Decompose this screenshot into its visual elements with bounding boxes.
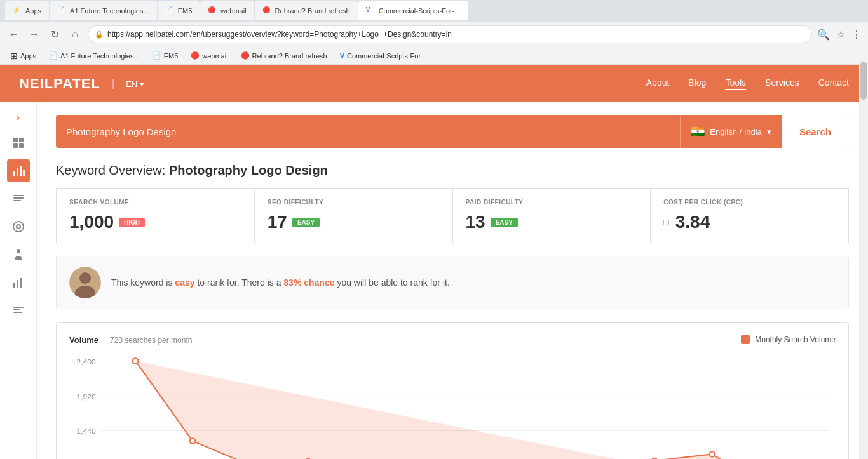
- svg-rect-2: [13, 143, 18, 148]
- tab-apps[interactable]: ⚡ Apps: [5, 1, 49, 20]
- stat-card-paid: PAID DIFFICULTY 13 EASY: [453, 188, 651, 243]
- stat-label-volume: SEARCH VOLUME: [69, 199, 241, 206]
- person-icon: [12, 248, 25, 261]
- refresh-button[interactable]: ↻: [46, 25, 64, 43]
- logo-area: NEILPATEL | EN ▾: [19, 76, 144, 92]
- sidebar-item-keyword[interactable]: [7, 159, 30, 182]
- backlinks-icon: [12, 220, 25, 233]
- menu-button[interactable]: ⋮: [850, 27, 863, 42]
- bookmark-label: EM5: [164, 52, 179, 60]
- chart-subtitle: 720 searches per month: [110, 336, 192, 345]
- nav-contact[interactable]: Contact: [818, 77, 849, 90]
- stat-badge-easy-paid: EASY: [491, 218, 518, 227]
- nav-tools[interactable]: Tools: [725, 77, 746, 90]
- browser-actions: 🔍 ☆ ⋮: [816, 27, 863, 42]
- bookmark-rebrand[interactable]: 🔴 Rebrand? Brand refresh: [236, 50, 332, 61]
- bookmark-label: webmail: [202, 52, 227, 60]
- nav-blog[interactable]: Blog: [688, 77, 706, 90]
- tab-favicon: 🔴: [262, 6, 271, 15]
- avatar-face-svg: [69, 267, 101, 298]
- stat-value-row-volume: 1,000 HIGH: [69, 212, 241, 232]
- stat-value-cpc: 3.84: [675, 212, 710, 232]
- info-box: This keyword is easy to rank for. There …: [56, 256, 849, 309]
- tab-favicon: ⚡: [13, 6, 22, 15]
- search-input-area[interactable]: Photography Logo Design: [56, 126, 680, 137]
- search-button[interactable]: Search: [782, 115, 849, 148]
- audit-icon: [12, 276, 25, 289]
- back-button[interactable]: ←: [5, 25, 23, 43]
- sidebar-item-traffic[interactable]: [7, 243, 30, 266]
- tab-webmail[interactable]: 🔴 webmail: [200, 1, 254, 20]
- svg-rect-10: [13, 200, 21, 201]
- info-chance: 83% chance: [283, 277, 334, 288]
- chart-legend: Monthly Search Volume: [741, 335, 836, 344]
- sidebar-toggle[interactable]: ›: [7, 109, 30, 126]
- bookmark-label: Apps: [20, 52, 36, 60]
- forward-button[interactable]: →: [25, 25, 43, 43]
- sidebar-item-audit[interactable]: [7, 271, 30, 294]
- nav-buttons: ← → ↻ ⌂: [5, 25, 84, 43]
- bookmark-commercial[interactable]: V Commercial-Scripts-For-...: [335, 51, 434, 61]
- search-bar-container: Photography Logo Design 🇮🇳 English / Ind…: [56, 115, 849, 148]
- tab-label: Commercial-Scripts-For-...: [379, 7, 461, 15]
- nav-services[interactable]: Services: [765, 77, 799, 90]
- bookmark-webmail[interactable]: 🔴 webmail: [186, 50, 233, 61]
- lock-icon: 🔒: [95, 30, 104, 39]
- stat-label-seo: SEO DIFFICULTY: [268, 199, 440, 206]
- svg-rect-5: [17, 168, 18, 176]
- info-easy: easy: [175, 277, 194, 288]
- logo-text: NEILPATEL: [19, 76, 100, 92]
- svg-point-12: [17, 225, 20, 229]
- stat-value-row-cpc: □ 3.84: [663, 212, 836, 232]
- scrollbar[interactable]: [859, 60, 868, 459]
- legend-color-dot: [741, 335, 750, 344]
- language-selector[interactable]: EN ▾: [126, 79, 144, 89]
- tab-commercial[interactable]: V Commercial-Scripts-For-...: [358, 1, 468, 20]
- tab-label: Rebrand? Brand refresh: [275, 7, 350, 15]
- svg-text:1,920: 1,920: [76, 392, 96, 401]
- scrollbar-thumb[interactable]: [860, 62, 867, 100]
- svg-rect-8: [13, 195, 24, 196]
- tab-label: webmail: [220, 7, 246, 15]
- stat-label-cpc: COST PER CLICK (CPC): [663, 199, 836, 206]
- keyword-text: Photography Logo Design: [169, 163, 328, 177]
- legend-label: Monthly Search Volume: [755, 335, 836, 344]
- stat-card-seo: SEO DIFFICULTY 17 EASY: [255, 188, 453, 243]
- bookmark-em5[interactable]: 📄 EM5: [147, 50, 184, 61]
- tab-a1[interactable]: 📄 A1 Future Technologies...: [50, 1, 157, 20]
- keyword-overview-title: Keyword Overview: Photography Logo Desig…: [56, 163, 849, 178]
- bookmark-favicon: V: [340, 52, 344, 60]
- sidebar-item-overview[interactable]: [7, 131, 30, 154]
- svg-text:1,440: 1,440: [76, 427, 96, 436]
- chevron-down-icon: ▾: [767, 127, 771, 136]
- sidebar-item-backlinks[interactable]: [7, 215, 30, 238]
- sidebar-item-content[interactable]: [7, 187, 30, 210]
- svg-rect-7: [23, 170, 25, 176]
- tab-em5[interactable]: 📄 EM5: [158, 1, 200, 20]
- page-wrapper: ›: [0, 102, 868, 459]
- browser-toolbar: ← → ↻ ⌂ 🔒 https://app.neilpatel.com/en/u…: [0, 22, 868, 47]
- bookmark-a1[interactable]: 📄 A1 Future Technologies...: [44, 50, 145, 61]
- india-flag-icon: 🇮🇳: [691, 124, 705, 138]
- nav-about[interactable]: About: [646, 77, 670, 90]
- search-browser-button[interactable]: 🔍: [816, 27, 831, 42]
- overview-icon: [12, 136, 25, 149]
- chart-icon: [12, 164, 25, 177]
- address-bar[interactable]: 🔒 https://app.neilpatel.com/en/ubersugge…: [88, 25, 812, 43]
- home-button[interactable]: ⌂: [66, 25, 84, 43]
- tab-favicon: V: [366, 6, 375, 15]
- bookmark-button[interactable]: ☆: [835, 27, 846, 42]
- bookmark-label: Rebrand? Brand refresh: [252, 52, 327, 60]
- chart-area: 2,400 1,920 1,440 960 480: [69, 351, 836, 459]
- chart-header: Volume 720 searches per month Monthly Se…: [69, 335, 836, 345]
- stat-card-volume: SEARCH VOLUME 1,000 HIGH: [56, 188, 255, 243]
- search-lang-selector[interactable]: 🇮🇳 English / India ▾: [680, 115, 782, 148]
- stats-row: SEARCH VOLUME 1,000 HIGH SEO DIFFICULTY …: [56, 188, 849, 243]
- svg-point-34: [190, 439, 196, 444]
- svg-rect-16: [20, 278, 22, 288]
- tab-rebrand[interactable]: 🔴 Rebrand? Brand refresh: [255, 1, 358, 20]
- sidebar-item-rank[interactable]: [7, 299, 30, 322]
- bookmark-favicon: 🔴: [241, 51, 250, 60]
- info-text-1: This keyword is: [111, 277, 175, 288]
- bookmark-apps[interactable]: ⊞ Apps: [5, 50, 41, 62]
